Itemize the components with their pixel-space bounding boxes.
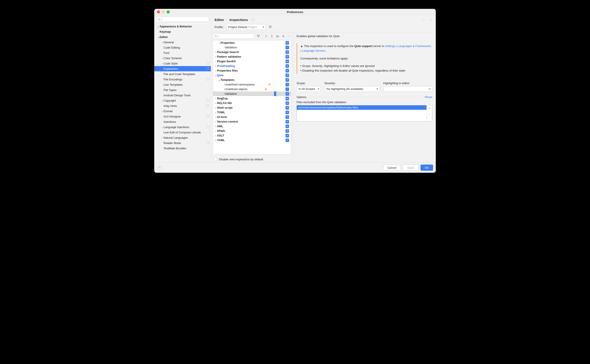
- inspection-row-ui-form[interactable]: ›UI form✓: [213, 115, 291, 119]
- help-icon[interactable]: ?: [157, 165, 162, 170]
- collapse-icon[interactable]: [270, 34, 274, 38]
- sidebar-item-editor[interactable]: ⌄Editor: [154, 34, 211, 39]
- severity-select[interactable]: No highlighting (fix available)▾: [324, 86, 380, 92]
- inspection-row-properties-files[interactable]: ›Properties files: [213, 68, 291, 73]
- sidebar-item-general[interactable]: ›General: [154, 39, 211, 45]
- sidebar-item-reader-mode[interactable]: Reader Mode: [154, 140, 211, 146]
- inspection-checkbox[interactable]: ✓: [286, 83, 289, 86]
- inspection-checkbox[interactable]: [286, 60, 289, 63]
- cancel-button[interactable]: Cancel: [383, 165, 400, 171]
- crumb-editor[interactable]: Editor: [215, 18, 224, 22]
- inspection-checkbox[interactable]: ✓: [286, 78, 289, 82]
- sidebar-item-code-editing[interactable]: Code Editing: [154, 45, 211, 50]
- inspection-row-yaml[interactable]: ›YAML✓: [213, 138, 291, 143]
- inspection-checkbox[interactable]: ✓: [286, 129, 289, 133]
- sidebar-item-appearance-behavior[interactable]: ›Appearance & Behavior: [154, 24, 211, 29]
- project-settings-icon: [206, 115, 209, 118]
- inspection-row-undefined-namespaces[interactable]: Undefined namespaces✓: [213, 82, 291, 87]
- sidebar-search-input[interactable]: [163, 17, 208, 21]
- inspection-row-validation[interactable]: Validation✓: [213, 91, 291, 96]
- gear-icon[interactable]: [269, 25, 272, 29]
- inspection-row-templates[interactable]: ⌄Templates✓: [213, 78, 291, 82]
- inspection-row-relax-ng[interactable]: ›RELAX NG: [213, 101, 291, 105]
- inspection-checkbox[interactable]: ✓: [286, 55, 289, 58]
- inspection-row-properties[interactable]: ›Properties: [213, 40, 291, 45]
- inspection-row-regexp[interactable]: ›RegExp: [213, 96, 291, 101]
- sidebar-item-code-style[interactable]: ›Code Style: [154, 61, 211, 66]
- excluded-list[interactable]: src/main/resources/templates/Notes/notes…: [296, 105, 432, 122]
- inspection-checkbox[interactable]: ✓: [286, 74, 289, 77]
- sidebar-item-emmet[interactable]: ›Emmet: [154, 108, 211, 114]
- inspection-checkbox[interactable]: ✓: [286, 111, 289, 114]
- inspection-checkbox[interactable]: ✓: [286, 50, 289, 54]
- inspection-checkbox[interactable]: ✓: [286, 46, 289, 49]
- remove-excluded-icon[interactable]: －: [427, 111, 432, 117]
- add-excluded-icon[interactable]: ＋: [427, 105, 432, 111]
- toggle-icon[interactable]: [275, 34, 280, 38]
- sidebar-item-textmate-bundles[interactable]: TextMate Bundles: [154, 146, 211, 151]
- sidebar-item-android-design-tools[interactable]: Android Design Tools: [154, 92, 211, 98]
- inspection-row-package-search[interactable]: ›Package Search✓: [213, 50, 291, 54]
- expand-icon[interactable]: [264, 34, 268, 38]
- sidebar-item-live-edit-of-compose-literals[interactable]: Live Edit of Compose Literals: [154, 130, 211, 135]
- sidebar-item-live-templates[interactable]: Live Templates: [154, 82, 211, 87]
- reset-link[interactable]: Reset: [425, 95, 432, 99]
- inspection-checkbox[interactable]: [286, 97, 289, 100]
- profile-select[interactable]: Project Default Project ▾: [226, 24, 266, 30]
- ok-button[interactable]: OK: [420, 165, 433, 171]
- inspection-checkbox[interactable]: ✓: [286, 120, 289, 124]
- dropdown-icon[interactable]: ▾: [218, 35, 219, 37]
- inspection-checkbox[interactable]: ✓: [286, 134, 289, 137]
- inspection-row-toml[interactable]: ›TOML✓: [213, 110, 291, 115]
- inspection-row-xpath[interactable]: ›XPath✓: [213, 129, 291, 133]
- inspection-checkbox[interactable]: ✓: [286, 87, 289, 91]
- sidebar-item-language-injections[interactable]: ›Language Injections: [154, 124, 211, 130]
- scope-select[interactable]: In All Scopes▾: [296, 86, 321, 92]
- inspection-checkbox[interactable]: [286, 101, 289, 105]
- inspection-row-proofreading[interactable]: ›Proofreading: [213, 64, 291, 68]
- inspection-row-xml[interactable]: ›XML: [213, 124, 291, 129]
- inspection-checkbox[interactable]: ✓: [286, 92, 289, 96]
- sidebar-item-file-types[interactable]: File Types: [154, 87, 211, 92]
- inspection-row-qute[interactable]: ⌄Qute✓: [213, 73, 291, 78]
- back-icon[interactable]: ←: [421, 17, 425, 22]
- sidebar-item-color-scheme[interactable]: ›Color Scheme: [154, 55, 211, 61]
- inspection-checkbox[interactable]: ✓: [286, 106, 289, 110]
- inspection-row-pattern-validation[interactable]: ›Pattern validation✓: [213, 54, 291, 59]
- inspection-row-validation[interactable]: Validation✓: [213, 45, 291, 50]
- sidebar-item-inlay-hints[interactable]: Inlay Hints: [154, 103, 211, 108]
- svg-line-8: [271, 27, 272, 28]
- sidebar-item-label: File and Code Templates: [164, 72, 195, 76]
- inspection-row-version-control[interactable]: ›Version control✓: [213, 119, 291, 124]
- sidebar-item-font[interactable]: Font: [154, 50, 211, 55]
- forward-icon[interactable]: →: [428, 17, 432, 22]
- inspection-checkbox[interactable]: [286, 69, 289, 72]
- inspection-checkbox[interactable]: ✓: [286, 115, 289, 119]
- inspection-search[interactable]: ▾: [213, 33, 255, 39]
- sidebar-item-inspections[interactable]: Inspections: [154, 66, 211, 71]
- sidebar-item-file-encodings[interactable]: File Encodings: [154, 77, 211, 82]
- filter-icon[interactable]: [256, 34, 260, 38]
- inspection-checkbox[interactable]: ✓: [286, 138, 289, 142]
- inspection-checkbox[interactable]: [286, 124, 289, 128]
- dropdown-icon[interactable]: ▾: [161, 18, 162, 20]
- excluded-row[interactable]: src/main/resources/templates/Notes/notes…: [297, 105, 426, 110]
- inspection-search-input[interactable]: [220, 34, 253, 38]
- inspection-checkbox[interactable]: [286, 41, 289, 45]
- inspection-row-undefined-objects[interactable]: Undefined objects✓: [213, 87, 291, 91]
- sidebar-search[interactable]: ▾: [156, 17, 209, 22]
- inspection-row-shell-script[interactable]: ›Shell script✓: [213, 105, 291, 110]
- sidebar-item-intentions[interactable]: Intentions: [154, 119, 211, 124]
- inspection-checkbox[interactable]: [286, 64, 289, 68]
- sidebar-item-gui-designer[interactable]: GUI Designer: [154, 114, 211, 119]
- highlighting-select[interactable]: ▾: [383, 86, 432, 92]
- add-icon[interactable]: [281, 34, 285, 38]
- inspection-row-xslt[interactable]: ›XSLT✓: [213, 133, 291, 138]
- sidebar-item-copyright[interactable]: ›Copyright: [154, 98, 211, 103]
- inspection-label: Undefined objects: [224, 87, 248, 91]
- inspection-row-plugin-devkit[interactable]: ›Plugin DevKit: [213, 59, 291, 64]
- sidebar-item-keymap[interactable]: Keymap: [154, 29, 211, 34]
- disable-new-checkbox[interactable]: [214, 157, 217, 161]
- sidebar-item-file-and-code-templates[interactable]: File and Code Templates: [154, 71, 211, 77]
- sidebar-item-natural-languages[interactable]: ›Natural Languages: [154, 135, 211, 140]
